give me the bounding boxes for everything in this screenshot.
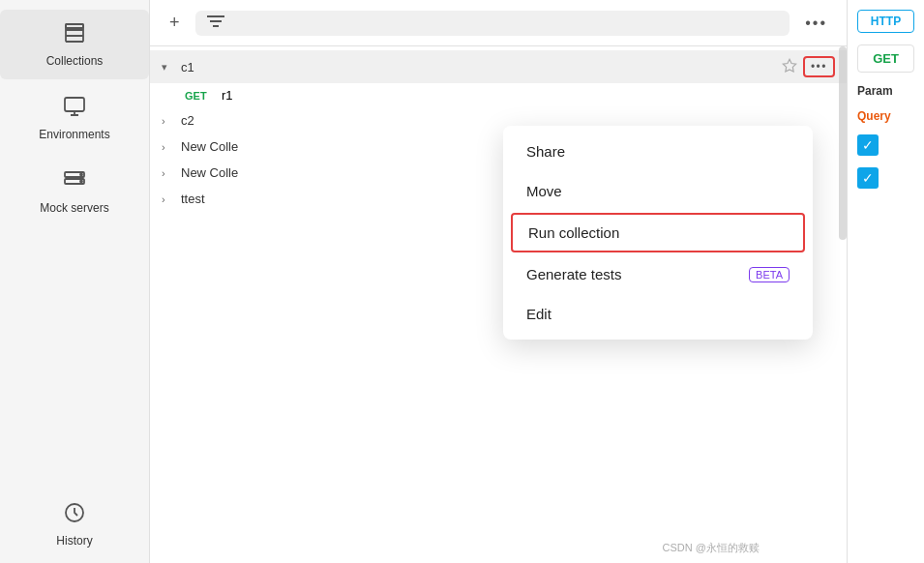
beta-badge: BETA — [749, 267, 790, 282]
chevron-right-icon: › — [162, 141, 175, 153]
right-panel: HTTP GET Param Query ✓ ✓ — [847, 0, 924, 563]
chevron-right-icon: › — [162, 115, 175, 127]
collection-more-button[interactable]: ••• — [803, 56, 835, 77]
checkbox-2[interactable]: ✓ — [857, 167, 879, 189]
watermark: CSDN @永恒的救赎 — [663, 541, 760, 555]
menu-share-label: Share — [526, 143, 565, 160]
query-label: Query — [857, 109, 914, 123]
menu-item-share[interactable]: Share — [503, 132, 813, 171]
chevron-right-icon: › — [162, 193, 175, 205]
star-icon[interactable] — [782, 58, 797, 76]
sidebar-item-history-label: History — [56, 534, 92, 548]
sidebar-item-collections[interactable]: Collections — [0, 10, 149, 79]
method-get-badge: GET — [185, 90, 214, 102]
http-badge: HTTP — [857, 10, 914, 33]
svg-point-5 — [80, 174, 82, 176]
chevron-down-icon: ▾ — [162, 61, 175, 74]
collection-c1[interactable]: ▾ c1 ••• — [150, 50, 847, 83]
params-label: Param — [857, 84, 914, 98]
get-button[interactable]: GET — [857, 44, 914, 73]
sidebar-item-environments[interactable]: Environments — [0, 83, 149, 153]
environments-icon — [63, 95, 86, 124]
menu-move-label: Move — [526, 183, 562, 199]
add-button[interactable]: + — [162, 9, 188, 37]
collection-c1-name: c1 — [181, 60, 782, 74]
scrollbar[interactable] — [839, 46, 847, 240]
context-menu: Share Move Run collection Generate tests… — [503, 126, 813, 340]
sidebar-item-environments-label: Environments — [39, 128, 109, 141]
mock-servers-icon — [63, 168, 86, 197]
history-icon — [63, 501, 86, 530]
sidebar-item-collections-label: Collections — [46, 54, 104, 68]
menu-item-edit[interactable]: Edit — [503, 294, 813, 334]
sidebar-item-mock-servers[interactable]: Mock servers — [0, 157, 149, 226]
request-r1[interactable]: GET r1 — [150, 83, 847, 107]
sidebar-item-mock-servers-label: Mock servers — [40, 201, 108, 215]
menu-item-run-collection[interactable]: Run collection — [511, 213, 805, 252]
menu-edit-label: Edit — [526, 306, 551, 322]
menu-generate-label: Generate tests — [526, 266, 621, 282]
toolbar-more-button[interactable]: ••• — [797, 11, 835, 36]
menu-run-label: Run collection — [528, 224, 619, 241]
filter-bar — [195, 11, 790, 36]
svg-point-6 — [80, 181, 82, 183]
svg-rect-2 — [65, 98, 84, 111]
request-r1-name: r1 — [222, 88, 233, 103]
filter-icon — [207, 15, 224, 32]
sidebar: Collections Environments Mock servers — [0, 0, 150, 563]
svg-marker-11 — [783, 59, 795, 72]
toolbar: + ••• — [150, 0, 847, 46]
sidebar-item-history[interactable]: History — [0, 489, 149, 559]
collections-icon — [63, 21, 86, 50]
main-panel: + ••• ▾ c1 ••• GET — [150, 0, 847, 563]
checkbox-1[interactable]: ✓ — [857, 134, 879, 156]
svg-rect-1 — [66, 24, 83, 42]
menu-item-generate-tests[interactable]: Generate tests BETA — [503, 254, 813, 294]
menu-item-move[interactable]: Move — [503, 171, 813, 211]
chevron-right-icon: › — [162, 167, 175, 179]
